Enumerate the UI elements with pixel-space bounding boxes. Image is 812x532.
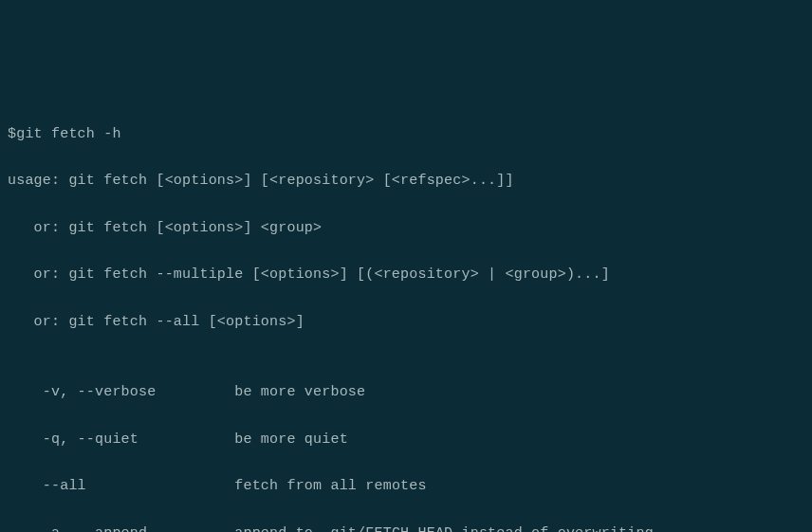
option-append: -a, --append append to .git/FETCH_HEAD i… xyxy=(8,523,804,533)
usage-line-0: usage: git fetch [<options>] [<repositor… xyxy=(8,170,804,193)
option-flag: --all xyxy=(8,475,234,499)
option-desc: be more quiet xyxy=(234,431,348,448)
option-all: --all fetch from all remotes xyxy=(8,475,804,499)
usage-line-2: or: git fetch --multiple [<options>] [(<… xyxy=(8,264,804,287)
option-flag: -q, --quiet xyxy=(8,429,234,452)
option-desc: fetch from all remotes xyxy=(234,478,426,494)
option-flag: -v, --verbose xyxy=(8,381,234,405)
command-prompt: $git fetch -h xyxy=(8,123,804,147)
usage-line-1: or: git fetch [<options>] <group> xyxy=(8,217,804,241)
option-desc: append to .git/FETCH_HEAD instead of ove… xyxy=(234,525,654,533)
option-verbose: -v, --verbose be more verbose xyxy=(8,381,804,405)
option-flag: -a, --append xyxy=(8,523,234,533)
option-quiet: -q, --quiet be more quiet xyxy=(8,429,804,452)
option-desc: be more verbose xyxy=(234,384,365,400)
terminal-output: $git fetch -h usage: git fetch [<options… xyxy=(8,100,804,532)
usage-line-3: or: git fetch --all [<options>] xyxy=(8,311,804,335)
